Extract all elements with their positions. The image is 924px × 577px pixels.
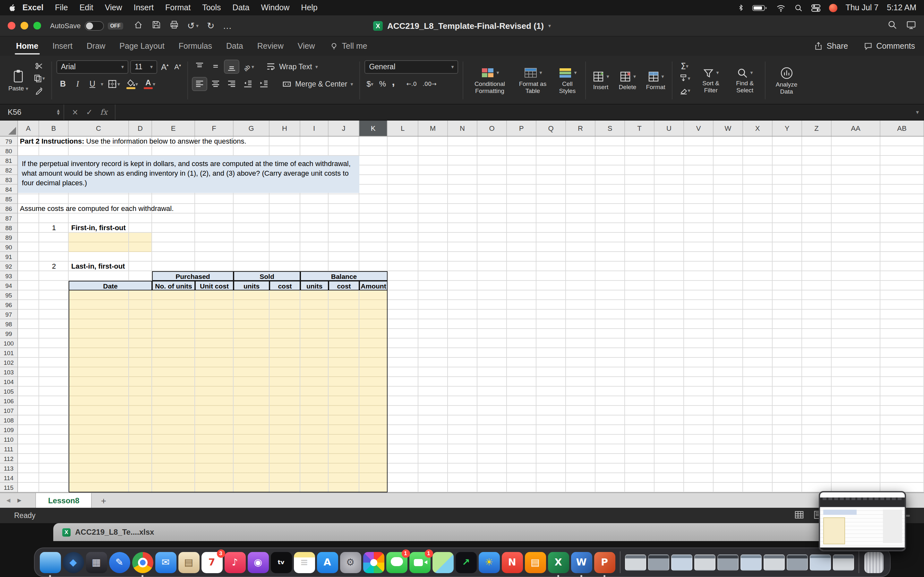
decrease-font-size-button[interactable]: A▾ — [172, 61, 183, 72]
undo-button[interactable]: ↺▾ — [187, 21, 199, 31]
column-header-a[interactable]: A — [18, 121, 39, 136]
search-icon[interactable] — [887, 19, 897, 32]
decrease-indent-button[interactable] — [241, 77, 255, 90]
cell-assume-note[interactable]: Assume costs are computed for each withd… — [20, 204, 174, 213]
menu-help[interactable]: Help — [295, 3, 323, 12]
tab-page-layout[interactable]: Page Layout — [112, 38, 171, 55]
dock-maps[interactable] — [432, 552, 453, 573]
tab-view[interactable]: View — [291, 38, 322, 55]
column-header-y[interactable]: Y — [772, 121, 802, 136]
format-painter-button[interactable] — [31, 85, 47, 96]
analyze-data-button[interactable]: Analyze Data — [770, 59, 803, 102]
conditional-formatting-button[interactable]: ▾ Conditional Formatting — [468, 59, 511, 102]
dock-app-store[interactable]: A — [317, 552, 338, 573]
dock-notes[interactable]: ≡ — [294, 552, 315, 573]
menu-view[interactable]: View — [99, 3, 128, 12]
column-header-c[interactable]: C — [69, 121, 129, 136]
dock-trash[interactable] — [863, 552, 885, 573]
dock-photos[interactable] — [363, 552, 384, 573]
tab-insert[interactable]: Insert — [45, 38, 79, 55]
column-header-s[interactable]: S — [596, 121, 625, 136]
currency-format-button[interactable]: $▾ — [365, 78, 375, 90]
dock-weather[interactable]: ☀ — [478, 552, 499, 573]
merge-center-button[interactable]: Merge & Center▾ — [280, 77, 355, 90]
name-box-spinner[interactable]: ▲▼ — [57, 109, 60, 115]
save-button[interactable] — [151, 19, 161, 32]
tell-me[interactable]: Tell me — [330, 42, 367, 51]
increase-decimal-button[interactable]: ←.0 — [405, 79, 419, 89]
lifo-table-answer-area[interactable] — [69, 290, 388, 492]
font-color-button[interactable]: A▾ — [142, 78, 157, 90]
share-button[interactable]: Share — [814, 42, 848, 51]
screen-preview-window[interactable] — [819, 491, 906, 551]
autosave-control[interactable]: AutoSave OFF — [50, 21, 123, 31]
dock-powerpoint[interactable]: P — [594, 552, 615, 573]
insert-cells-button[interactable]: ▾ Insert — [590, 59, 611, 102]
align-bottom-button[interactable] — [225, 60, 239, 73]
table-column-header-7[interactable]: Amount — [359, 281, 388, 290]
tab-draw[interactable]: Draw — [79, 38, 112, 55]
increase-indent-button[interactable] — [257, 77, 271, 90]
cell-styles-button[interactable]: ▾ Cell Styles — [554, 59, 581, 102]
sheet-tab-lesson8[interactable]: Lesson8 — [36, 493, 92, 508]
table-column-header-6[interactable]: cost — [328, 281, 359, 290]
dock-tv[interactable]: tv — [270, 552, 292, 573]
dock-minimized-window-1[interactable] — [625, 552, 646, 573]
print-button[interactable] — [169, 19, 179, 32]
column-header-z[interactable]: Z — [802, 121, 832, 136]
column-header-f[interactable]: F — [195, 121, 234, 136]
cell-item1-label[interactable]: First-in, first-out — [71, 223, 126, 233]
dock-messages[interactable]: 1 — [386, 552, 407, 573]
cut-button[interactable] — [31, 60, 47, 72]
minimize-window-button[interactable] — [21, 22, 28, 29]
underline-options-icon[interactable]: ▾ — [101, 81, 103, 87]
zoom-window-button[interactable] — [33, 22, 41, 29]
menu-bar-time[interactable]: 5:12 AM — [887, 3, 916, 12]
dock-mail[interactable]: ✉ — [155, 552, 176, 573]
autosum-button[interactable]: Σ▾ — [677, 60, 692, 72]
dock-excel[interactable]: X — [548, 552, 569, 573]
column-header-j[interactable]: J — [328, 121, 359, 136]
comma-format-button[interactable]: , — [390, 78, 397, 86]
align-middle-button[interactable] — [208, 60, 223, 73]
dock-minimized-window-10[interactable] — [833, 552, 854, 573]
column-header-m[interactable]: M — [418, 121, 448, 136]
menu-insert[interactable]: Insert — [128, 3, 160, 12]
document-title[interactable]: X ACC219_L8_Template-Final-Revised (1) ▾ — [373, 21, 551, 31]
table-column-header-0[interactable]: Date — [69, 281, 152, 290]
column-header-b[interactable]: B — [39, 121, 69, 136]
percent-format-button[interactable]: % — [377, 78, 388, 90]
borders-button[interactable]: ▾ — [105, 77, 122, 90]
menu-tools[interactable]: Tools — [196, 3, 226, 12]
column-header-h[interactable]: H — [270, 121, 300, 136]
font-size-select[interactable]: 11▾ — [130, 60, 157, 73]
bluetooth-icon[interactable] — [738, 3, 743, 12]
table-group-header-sold[interactable]: Sold — [234, 271, 300, 281]
column-header-u[interactable]: U — [654, 121, 684, 136]
column-header-i[interactable]: I — [300, 121, 328, 136]
wrap-text-button[interactable]: Wrap Text▾ — [264, 60, 320, 73]
align-center-button[interactable] — [208, 77, 223, 90]
decrease-decimal-button[interactable]: .00→ — [421, 79, 439, 89]
formula-input[interactable] — [116, 105, 911, 120]
format-cells-button[interactable]: ▾ Format — [644, 59, 667, 102]
formula-bar-expand-icon[interactable]: ▾ — [911, 109, 924, 115]
dock-pencil-app[interactable]: ✎ — [109, 552, 130, 573]
dock-news[interactable]: N — [501, 552, 523, 573]
column-header-n[interactable]: N — [448, 121, 477, 136]
cell-item2-number[interactable]: 2 — [39, 261, 69, 271]
cancel-entry-icon[interactable]: × — [72, 108, 78, 117]
orientation-button[interactable]: ab▾ — [241, 60, 255, 73]
table-column-header-2[interactable]: Unit cost — [195, 281, 234, 290]
dock-word[interactable]: W — [571, 552, 592, 573]
dock-launchpad[interactable]: ▦ — [86, 552, 107, 573]
menu-app-name[interactable]: Excel — [17, 3, 49, 12]
column-header-w[interactable]: W — [714, 121, 743, 136]
spreadsheet-grid[interactable]: 7980818283848586878889909192939495969798… — [0, 137, 924, 492]
dock-minimized-window-3[interactable] — [671, 552, 692, 573]
column-header-l[interactable]: L — [388, 121, 418, 136]
column-header-d[interactable]: D — [129, 121, 152, 136]
bold-button[interactable]: B — [57, 77, 69, 90]
table-group-header-balance[interactable]: Balance — [300, 271, 388, 281]
column-header-v[interactable]: V — [684, 121, 714, 136]
